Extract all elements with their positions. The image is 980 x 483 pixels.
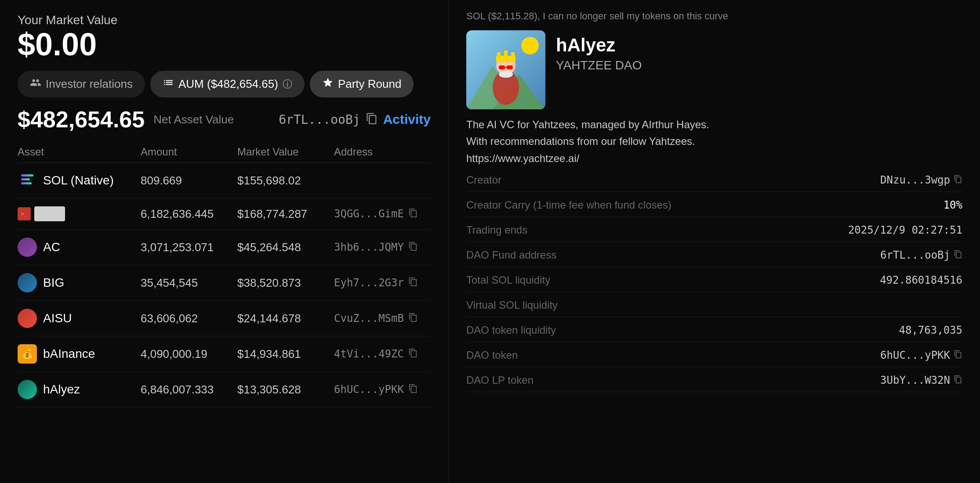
- asset-unknown: >_: [18, 206, 141, 221]
- profile-row: hAlyez YAHTZEE DAO: [466, 30, 962, 109]
- creator-value: DNzu...3wgp: [880, 174, 962, 186]
- people-icon: [30, 77, 41, 91]
- creator-carry-label: Creator Carry (1-time fee when fund clos…: [466, 199, 671, 211]
- asset-bainance: 💰 bAInance: [18, 344, 141, 364]
- dao-token-liquidity-value: 48,763,035: [899, 324, 963, 336]
- red-terminal-icon: >_: [18, 207, 31, 220]
- activity-link[interactable]: Activity: [383, 112, 431, 127]
- sol-amount: 809.669: [141, 174, 237, 187]
- aisu-value: $24,144.678: [237, 312, 334, 325]
- dao-fund-address-label: DAO Fund address: [466, 249, 556, 261]
- market-value-label: Your Market Value: [18, 13, 431, 27]
- table-row: AISU 63,606,062 $24,144.678 CvuZ...MSmB: [18, 301, 431, 336]
- unknown-address: 3QGG...GimE: [334, 208, 431, 220]
- party-round-tab[interactable]: Party Round: [310, 71, 414, 97]
- info-icon[interactable]: ⓘ: [283, 78, 292, 91]
- header-market-value: Market Value: [237, 146, 334, 158]
- nav-amount: $482,654.65: [18, 106, 145, 133]
- red-box-icon: [34, 206, 65, 221]
- bainance-address: 4tVi...49ZC: [334, 348, 431, 360]
- nav-row: $482,654.65 Net Asset Value 6rTL...ooBj …: [18, 106, 431, 133]
- big-address: Eyh7...2G3r: [334, 277, 431, 289]
- copy-dao-token-button[interactable]: [954, 350, 962, 361]
- bainance-amount: 4,090,000.19: [141, 347, 237, 361]
- copy-aisu-button[interactable]: [408, 313, 418, 324]
- header-asset: Asset: [18, 146, 141, 158]
- svg-rect-11: [507, 65, 513, 69]
- asset-ac: AC: [18, 238, 141, 257]
- copy-ac-button[interactable]: [408, 242, 418, 253]
- dao-token-row: DAO token 6hUC...yPKK: [466, 349, 962, 367]
- left-panel: Your Market Value $0.00 Investor relatio…: [0, 0, 448, 483]
- asset-aisu: AISU: [18, 309, 141, 328]
- big-label: BIG: [43, 276, 64, 290]
- virtual-sol-liquidity-label: Virtual SOL liquidity: [466, 299, 558, 311]
- halyez-address: 6hUC...yPKK: [334, 383, 431, 396]
- dao-token-liquidity-row: DAO token liquidity 48,763,035: [466, 324, 962, 342]
- sol-icon: [18, 171, 37, 190]
- dao-fund-address-row: DAO Fund address 6rTL...ooBj: [466, 249, 962, 267]
- creator-row: Creator DNzu...3wgp: [466, 174, 962, 192]
- copy-big-button[interactable]: [408, 277, 418, 289]
- svg-point-3: [521, 37, 539, 54]
- table-row: SOL (Native) 809.669 $155,698.02: [18, 163, 431, 198]
- copy-bainance-button[interactable]: [408, 348, 418, 360]
- big-amount: 35,454,545: [141, 276, 237, 290]
- fund-address-short: 6rTL...ooBj: [279, 112, 360, 127]
- svg-rect-7: [497, 52, 501, 58]
- trading-ends-value: 2025/12/9 02:27:51: [848, 224, 962, 236]
- aum-tab[interactable]: AUM ($482,654.65) ⓘ: [150, 71, 305, 97]
- halyez-amount: 6,846,007.333: [141, 383, 237, 396]
- bainance-value: $14,934.861: [237, 347, 334, 361]
- profile-avatar: [466, 30, 545, 109]
- table-row: hAlyez 6,846,007.333 $13,305.628 6hUC...…: [18, 372, 431, 407]
- halyez-value: $13,305.628: [237, 383, 334, 396]
- aisu-amount: 63,606,062: [141, 312, 237, 325]
- dao-token-value: 6hUC...yPKK: [880, 349, 962, 361]
- dao-lp-token-row: DAO LP token 3UbY...W32N: [466, 374, 962, 392]
- table-header: Asset Amount Market Value Address: [18, 141, 431, 163]
- copy-dao-lp-token-button[interactable]: [954, 375, 962, 386]
- tab-row: Investor relations AUM ($482,654.65) ⓘ P…: [18, 71, 431, 97]
- address-row: 6rTL...ooBj Activity: [279, 112, 431, 127]
- aisu-address: CvuZ...MSmB: [334, 312, 431, 324]
- unknown-addr-text: 3QGG...GimE: [334, 208, 404, 220]
- aisu-label: AISU: [43, 311, 72, 325]
- right-panel: SOL ($2,115.28), I can no longer sell my…: [448, 0, 980, 483]
- asset-big: BIG: [18, 273, 141, 292]
- table-row: >_ 6,182,636.445 $168,774.287 3QGG...Gim…: [18, 198, 431, 230]
- header-address: Address: [334, 146, 431, 158]
- dao-fund-address-value: 6rTL...ooBj: [880, 249, 962, 261]
- copy-unknown-button[interactable]: [408, 208, 418, 220]
- big-addr-text: Eyh7...2G3r: [334, 277, 404, 289]
- sol-value: $155,698.02: [237, 174, 334, 187]
- info-grid: Creator DNzu...3wgp Creator Carry (1-tim…: [466, 174, 962, 392]
- big-value: $38,520.873: [237, 276, 334, 290]
- copy-dao-fund-button[interactable]: [954, 250, 962, 261]
- bainance-addr-text: 4tVi...49ZC: [334, 348, 404, 360]
- unknown-value: $168,774.287: [237, 207, 334, 221]
- copy-creator-button[interactable]: [954, 175, 962, 186]
- total-sol-liquidity-value: 492.860184516: [880, 274, 962, 286]
- svg-rect-9: [511, 52, 515, 58]
- creator-carry-row: Creator Carry (1-time fee when fund clos…: [466, 199, 962, 217]
- bainance-icon: 💰: [18, 344, 37, 364]
- nav-label: Net Asset Value: [153, 113, 234, 126]
- ac-value: $45,264.548: [237, 241, 334, 254]
- virtual-sol-liquidity-row: Virtual SOL liquidity: [466, 299, 962, 317]
- table-row: BIG 35,454,545 $38,520.873 Eyh7...2G3r: [18, 265, 431, 301]
- copy-address-button[interactable]: [366, 112, 378, 127]
- table-row: 💰 bAInance 4,090,000.19 $14,934.861 4tVi…: [18, 336, 431, 372]
- unknown-amount: 6,182,636.445: [141, 207, 237, 221]
- svg-rect-10: [499, 65, 505, 69]
- dao-token-label: DAO token: [466, 349, 518, 361]
- halyez-icon: [18, 380, 37, 399]
- svg-point-13: [499, 71, 513, 78]
- trading-ends-row: Trading ends 2025/12/9 02:27:51: [466, 224, 962, 242]
- total-sol-liquidity-label: Total SOL liquidity: [466, 274, 550, 286]
- asset-sol: SOL (Native): [18, 171, 141, 190]
- investor-relations-tab[interactable]: Investor relations: [18, 71, 145, 97]
- copy-halyez-button[interactable]: [408, 384, 418, 396]
- creator-label: Creator: [466, 174, 501, 186]
- ac-addr-text: 3hb6...JQMY: [334, 241, 404, 253]
